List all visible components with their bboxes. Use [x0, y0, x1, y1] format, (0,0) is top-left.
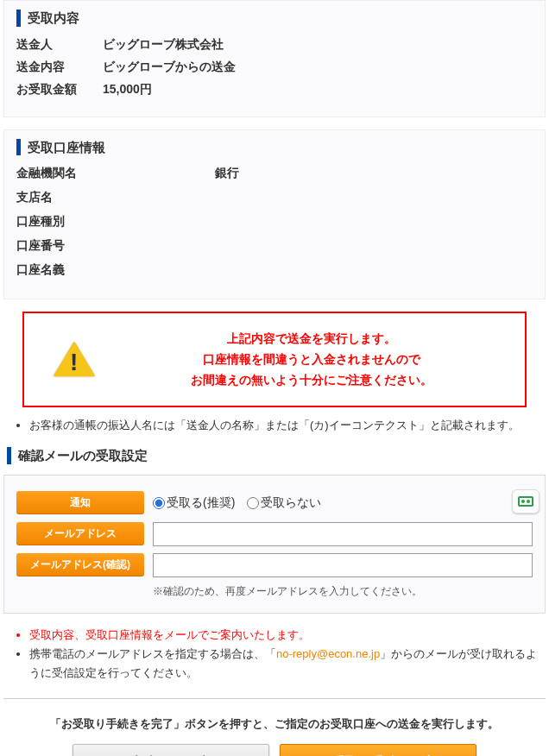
mail-settings-box: 通知 受取る(推奨) 受取らない メールアドレス メールアドレス(確認) ※確認…	[3, 475, 546, 614]
radio-receive[interactable]: 受取る(推奨)	[153, 495, 235, 511]
content-value: ビッグローブからの送金	[103, 60, 533, 75]
holder-value	[215, 262, 533, 278]
content-label: 送金内容	[16, 60, 103, 75]
back-button[interactable]: 入力画面に戻る	[73, 744, 269, 756]
email-tag: メールアドレス	[16, 522, 144, 545]
email-input[interactable]	[153, 522, 533, 546]
bank-row: 金融機関名 銀行	[16, 166, 533, 181]
note2b-pre: 携帯電話のメールアドレスを指定する場合は、「	[29, 647, 276, 660]
number-value	[215, 238, 533, 254]
bank-label: 金融機関名	[16, 166, 215, 181]
type-row: 口座種別	[16, 214, 533, 230]
account-section: 受取口座情報 金融機関名 銀行 支店名 口座種別 口座番号 口座名義	[3, 129, 546, 300]
warning-line1: 上記内容で送金を実行します。	[110, 329, 513, 350]
receipt-section: 受取内容 送金人 ビッグローブ株式会社 送金内容 ビッグローブからの送金 お受取…	[3, 0, 546, 117]
sender-value: ビッグローブ株式会社	[103, 37, 533, 53]
note1: お客様の通帳の振込人名には「送金人の名称」または「(カ)イーコンテクスト」と記載…	[29, 416, 546, 435]
divider	[3, 698, 546, 699]
type-value	[215, 214, 533, 230]
amount-value: 15,000円	[103, 82, 533, 98]
radio-not[interactable]: 受取らない	[247, 495, 321, 511]
email-confirm-tag: メールアドレス(確認)	[16, 553, 144, 576]
radio-not-label: 受取らない	[261, 495, 321, 511]
mail-confirm-note: ※確認のため、再度メールアドレスを入力してください。	[153, 584, 533, 599]
receipt-header: 受取内容	[16, 9, 533, 27]
amount-row: お受取金額 15,000円	[16, 82, 533, 98]
mail-header: 確認メールの受取設定	[7, 447, 546, 464]
amount-label: お受取金額	[16, 82, 103, 98]
radio-not-input[interactable]	[247, 497, 259, 509]
branch-value	[215, 190, 533, 205]
submit-button[interactable]: お受取り手続きを完了	[280, 744, 476, 756]
note2a: 受取内容、受取口座情報をメールでご案内いたします。	[29, 626, 546, 645]
notify-radio-group: 受取る(推奨) 受取らない	[153, 495, 321, 511]
button-row: 入力画面に戻る お受取り手続きを完了	[3, 744, 546, 756]
note2b: 携帯電話のメールアドレスを指定する場合は、「no-reply@econ.ne.j…	[29, 645, 546, 683]
radio-receive-label: 受取る(推奨)	[167, 495, 235, 511]
email-row: メールアドレス	[16, 522, 533, 546]
notify-tag: 通知	[16, 491, 144, 514]
holder-row: 口座名義	[16, 262, 533, 278]
bottom-instruction: 「お受取り手続きを完了」ボタンを押すと、ご指定のお受取口座への送金を実行します。	[3, 716, 546, 732]
type-label: 口座種別	[16, 214, 215, 230]
holder-label: 口座名義	[16, 262, 215, 278]
note-list-1: お客様の通帳の振込人名には「送金人の名称」または「(カ)イーコンテクスト」と記載…	[3, 416, 546, 435]
warning-line2: 口座情報を間違うと入金されませんので	[110, 350, 513, 370]
branch-label: 支店名	[16, 190, 215, 205]
sender-label: 送金人	[16, 37, 103, 53]
warning-box: ! 上記内容で送金を実行します。 口座情報を間違うと入金されませんので お間違え…	[22, 312, 527, 407]
number-label: 口座番号	[16, 238, 215, 254]
password-manager-icon[interactable]	[512, 489, 540, 513]
notify-row: 通知 受取る(推奨) 受取らない	[16, 491, 533, 515]
number-row: 口座番号	[16, 238, 533, 254]
note-list-2: 受取内容、受取口座情報をメールでご案内いたします。 携帯電話のメールアドレスを指…	[3, 626, 546, 683]
email-confirm-input[interactable]	[153, 553, 533, 577]
warning-text: 上記内容で送金を実行します。 口座情報を間違うと入金されませんので お間違えの無…	[110, 329, 513, 390]
warning-line3: お間違えの無いよう十分にご注意ください。	[110, 370, 513, 391]
account-header: 受取口座情報	[16, 139, 533, 156]
email-confirm-row: メールアドレス(確認)	[16, 553, 533, 577]
bank-value: 銀行	[215, 166, 533, 181]
warning-icon: !	[54, 342, 95, 378]
sender-row: 送金人 ビッグローブ株式会社	[16, 37, 533, 53]
noreply-link[interactable]: no-reply@econ.ne.jp	[276, 647, 380, 660]
branch-row: 支店名	[16, 190, 533, 205]
radio-receive-input[interactable]	[153, 497, 165, 509]
content-row: 送金内容 ビッグローブからの送金	[16, 60, 533, 75]
